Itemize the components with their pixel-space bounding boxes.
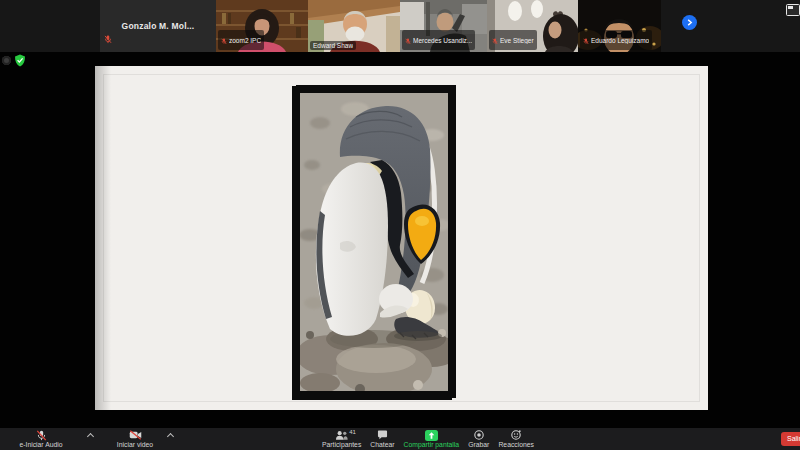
mic-muted-icon	[36, 429, 47, 441]
participant-nametag: Eve Stieger	[489, 30, 537, 50]
zoom-meeting-window: Gonzalo M. Mol... zoom2	[0, 0, 800, 450]
presentation-slide	[95, 66, 708, 410]
participant-name: zoom2 IPC	[229, 37, 261, 44]
share-screen-label: Compartir pantalla	[404, 441, 460, 449]
participant-name: Mercedes Usandiz...	[413, 37, 472, 44]
slide-edge-shadow	[95, 66, 111, 410]
participant-tile-eve[interactable]: Eve Stieger	[487, 0, 578, 52]
participants-strip: Gonzalo M. Mol... zoom2	[0, 0, 800, 52]
record-label: Grabar	[468, 441, 489, 449]
encryption-shield-icon[interactable]	[14, 54, 26, 67]
participant-name: Edward Shaw	[313, 42, 353, 49]
participant-tiles-row: Gonzalo M. Mol... zoom2	[100, 0, 661, 52]
muted-mic-icon	[583, 31, 589, 49]
participant-name: Eduardo Leguizamo	[591, 37, 649, 44]
connection-status-icon[interactable]	[2, 56, 11, 65]
penguin-photo	[293, 86, 455, 398]
chat-button[interactable]: Chatear	[370, 428, 394, 450]
audio-options-caret[interactable]	[88, 432, 94, 438]
king-penguin-egg-image	[300, 93, 448, 391]
meeting-toolbar: e-Iniciar Audio Iniciar video 41 Partici…	[0, 428, 800, 450]
participant-name: Gonzalo M. Mol...	[100, 0, 216, 52]
share-screen-icon	[425, 429, 438, 441]
shared-screen	[0, 52, 800, 428]
toolbar-center-group: 41 Participantes Chatear Compartir panta…	[322, 428, 534, 450]
participants-label: Participantes	[322, 441, 361, 449]
participants-button[interactable]: 41 Participantes	[322, 428, 361, 450]
muted-mic-icon	[221, 31, 227, 49]
muted-mic-icon	[405, 31, 411, 49]
participant-name: Eve Stieger	[500, 37, 534, 44]
participants-icon: 41	[335, 429, 348, 441]
view-layout-icon[interactable]	[786, 4, 800, 16]
next-participants-button[interactable]	[682, 15, 697, 30]
muted-mic-icon	[104, 30, 112, 48]
leave-meeting-button[interactable]: Salir	[781, 432, 800, 446]
participant-tile-zoom2[interactable]: zoom2 IPC	[216, 0, 308, 52]
record-button[interactable]: Grabar	[468, 428, 489, 450]
participant-nametag: Mercedes Usandiz...	[402, 30, 475, 50]
chat-icon	[377, 429, 388, 441]
chevron-right-icon	[686, 19, 693, 26]
muted-mic-icon	[492, 31, 498, 49]
share-screen-button[interactable]: Compartir pantalla	[404, 428, 460, 450]
participants-count: 41	[349, 429, 356, 435]
participant-nametag: Eduardo Leguizamo	[580, 30, 652, 50]
reactions-button[interactable]: Reacciones	[498, 428, 534, 450]
participant-tile-edward[interactable]: Edward Shaw	[308, 0, 400, 52]
participant-tile-eduardo[interactable]: Eduardo Leguizamo	[578, 0, 661, 52]
participant-nametag: Edward Shaw	[310, 41, 356, 50]
participant-tile-mercedes[interactable]: Mercedes Usandiz...	[400, 0, 487, 52]
video-options-caret[interactable]	[168, 432, 174, 438]
reactions-icon	[511, 429, 521, 441]
chat-label: Chatear	[370, 441, 394, 449]
reactions-label: Reacciones	[498, 441, 534, 449]
video-button-label: Iniciar video	[117, 441, 153, 449]
camera-muted-icon	[129, 429, 142, 441]
participant-tile-gonzalo[interactable]: Gonzalo M. Mol...	[100, 0, 216, 52]
audio-button-label: e-Iniciar Audio	[19, 441, 62, 449]
video-button[interactable]: Iniciar video	[106, 428, 164, 450]
audio-button[interactable]: e-Iniciar Audio	[8, 428, 74, 450]
participant-nametag: zoom2 IPC	[218, 30, 264, 50]
record-icon	[474, 429, 484, 441]
